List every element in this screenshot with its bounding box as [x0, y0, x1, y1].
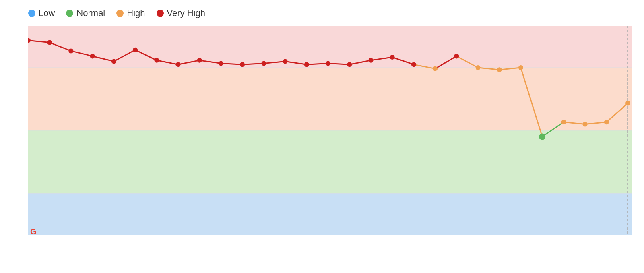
dot-4 — [111, 59, 116, 64]
dot-2 — [68, 48, 73, 53]
dot-21 — [476, 65, 481, 70]
chart-area: 10 8 5 2 0 G Dec 19 Dec 21 Dec 23 Dec 25… — [28, 26, 632, 235]
dot-16 — [368, 58, 373, 63]
dot-22 — [497, 67, 502, 72]
dot-25 — [561, 120, 566, 124]
dot-19 — [433, 66, 438, 71]
dot-12 — [283, 59, 288, 64]
dot-24 — [539, 134, 545, 140]
google-icon: G — [30, 227, 37, 235]
legend-label-normal: Normal — [76, 8, 105, 19]
dot-10 — [240, 62, 245, 67]
chart-svg: 10 8 5 2 0 G Dec 19 Dec 21 Dec 23 Dec 25… — [28, 26, 632, 235]
dot-8 — [197, 58, 202, 63]
dot-14 — [326, 61, 330, 66]
dot-17 — [390, 55, 395, 60]
dot-9 — [219, 61, 223, 66]
legend-label-high: High — [127, 8, 145, 19]
zone-high — [28, 68, 632, 130]
dot-3 — [90, 54, 95, 58]
legend-label-low: Low — [39, 8, 55, 19]
dot-23 — [518, 65, 523, 70]
dot-18 — [411, 62, 416, 67]
chart-container: Low Normal High Very High — [0, 0, 644, 273]
dot-26 — [583, 122, 588, 126]
legend-dot-low — [28, 10, 35, 17]
dot-7 — [176, 62, 181, 67]
legend-item-low: Low — [28, 8, 55, 19]
legend-item-high: High — [116, 8, 145, 19]
legend-item-very-high: Very High — [157, 8, 205, 19]
dot-15 — [347, 62, 352, 67]
zone-normal — [28, 130, 632, 193]
dot-1 — [47, 40, 52, 45]
legend-dot-very-high — [157, 10, 164, 17]
dot-20 — [454, 54, 459, 58]
zone-very-high — [28, 26, 632, 68]
dot-6 — [154, 58, 159, 63]
legend-dot-normal — [66, 10, 73, 17]
legend-dot-high — [116, 10, 124, 17]
legend-label-very-high: Very High — [167, 8, 205, 19]
dot-28 — [625, 101, 630, 105]
chart-legend: Low Normal High Very High — [28, 8, 632, 19]
dot-13 — [304, 62, 309, 67]
dot-5 — [133, 48, 138, 52]
dot-11 — [261, 61, 266, 66]
dot-27 — [604, 120, 609, 124]
legend-item-normal: Normal — [66, 8, 105, 19]
zone-low — [28, 193, 632, 235]
